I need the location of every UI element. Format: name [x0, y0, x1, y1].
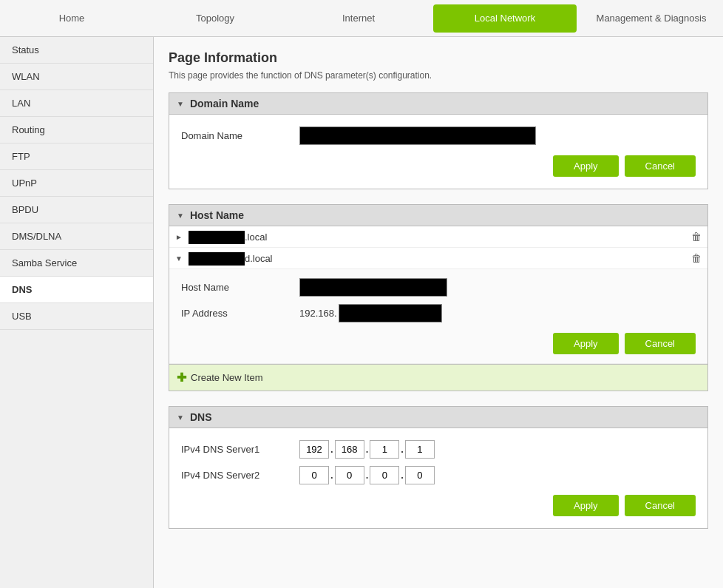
- host-name-section-body: ► ████████.local 🗑 ▼ ████████d.local 🗑: [169, 226, 708, 365]
- dns-server2-c[interactable]: [370, 466, 399, 484]
- dns-server1-label: IPv4 DNS Server1: [181, 444, 299, 455]
- domain-name-btn-row: Apply Cancel: [181, 155, 696, 177]
- main-content: Page Information This page provides the …: [154, 37, 723, 588]
- domain-name-section: ▼ Domain Name Domain Name Apply Cancel: [169, 92, 708, 189]
- create-new-label: Create New Item: [191, 372, 263, 383]
- nav-topology[interactable]: Topology: [143, 0, 287, 37]
- domain-name-cancel-button[interactable]: Cancel: [625, 155, 696, 177]
- sidebar-item-upnp[interactable]: UPnP: [0, 170, 153, 197]
- dns-server2-b[interactable]: [335, 466, 364, 484]
- dns-cancel-button[interactable]: Cancel: [625, 495, 696, 516]
- domain-name-row: Domain Name: [181, 126, 696, 145]
- host-item-2-collapse-btn[interactable]: ▼: [175, 254, 183, 263]
- host-item-2-delete-btn[interactable]: 🗑: [691, 252, 702, 264]
- host-name-collapse-arrow: ▼: [177, 212, 184, 220]
- host-name-field-row: Host Name: [181, 278, 696, 297]
- host-item-2-expanded-form: Host Name IP Address 192.168. Apply Canc…: [169, 269, 707, 364]
- dns-server1-c[interactable]: [370, 440, 399, 459]
- host-name-field-label: Host Name: [181, 282, 299, 293]
- domain-name-section-title: Domain Name: [190, 98, 259, 109]
- domain-name-section-header[interactable]: ▼ Domain Name: [169, 92, 708, 115]
- plus-icon: ✚: [177, 371, 186, 385]
- sidebar-item-dns[interactable]: DNS: [0, 277, 153, 303]
- dns-section-title: DNS: [190, 411, 212, 423]
- sidebar-item-ftp[interactable]: FTP: [0, 143, 153, 170]
- sidebar-item-samba-service[interactable]: Samba Service: [0, 250, 153, 277]
- dns-server1-d[interactable]: [405, 440, 435, 459]
- sidebar-item-routing[interactable]: Routing: [0, 117, 153, 143]
- dns-server2-row: IPv4 DNS Server2 . . .: [181, 466, 696, 484]
- dns-section-body: IPv4 DNS Server1 . . . IPv4 DNS Server2 …: [169, 428, 708, 529]
- ip-address-field-label: IP Address: [181, 308, 299, 319]
- dns-s1-dot2: .: [366, 444, 369, 455]
- ip-address-field-row: IP Address 192.168.: [181, 304, 696, 322]
- nav-internet[interactable]: Internet: [287, 0, 430, 37]
- dns-server1-b[interactable]: [335, 440, 364, 459]
- dns-section-header[interactable]: ▼ DNS: [169, 406, 708, 428]
- host-name-apply-button[interactable]: Apply: [553, 333, 619, 354]
- domain-name-section-body: Domain Name Apply Cancel: [169, 115, 708, 189]
- host-item-1[interactable]: ► ████████.local 🗑: [169, 226, 707, 248]
- nav-management-diagnosis[interactable]: Management & Diagnosis: [580, 0, 723, 37]
- page-title: Page Information: [169, 50, 708, 66]
- dns-section: ▼ DNS IPv4 DNS Server1 . . . IPv4 DNS S: [169, 406, 708, 529]
- domain-name-collapse-arrow: ▼: [177, 100, 184, 108]
- nav-local-network[interactable]: Local Network: [433, 4, 577, 33]
- host-name-field-input[interactable]: [299, 278, 447, 297]
- host-name-btn-row: Apply Cancel: [181, 333, 696, 354]
- host-name-section-header[interactable]: ▼ Host Name: [169, 204, 708, 226]
- domain-name-apply-button[interactable]: Apply: [553, 155, 619, 177]
- host-item-2-label: ████████d.local: [189, 253, 691, 264]
- dns-server1-a[interactable]: [299, 440, 329, 459]
- create-new-item[interactable]: ✚ Create New Item: [169, 365, 708, 391]
- host-item-1-label: ████████.local: [189, 232, 691, 243]
- dns-collapse-arrow: ▼: [177, 413, 184, 422]
- sidebar-item-dms-dlna[interactable]: DMS/DLNA: [0, 223, 153, 250]
- page-description: This page provides the function of DNS p…: [169, 70, 708, 81]
- dns-btn-row: Apply Cancel: [181, 495, 696, 516]
- sidebar-item-bpdu[interactable]: BPDU: [0, 197, 153, 223]
- sidebar-item-lan[interactable]: LAN: [0, 90, 153, 117]
- dns-server2-d[interactable]: [405, 466, 435, 484]
- host-item-2-name-masked: ████████: [189, 252, 245, 266]
- sidebar: Status WLAN LAN Routing FTP UPnP BPDU DM…: [0, 37, 154, 588]
- domain-name-label: Domain Name: [181, 130, 299, 141]
- dns-server2-a[interactable]: [299, 466, 329, 484]
- nav-home[interactable]: Home: [0, 0, 143, 37]
- domain-name-input[interactable]: [299, 126, 536, 145]
- host-name-section-title: Host Name: [190, 209, 244, 221]
- ip-prefix: 192.168.: [299, 308, 337, 319]
- dns-s2-dot2: .: [366, 470, 369, 481]
- dns-server1-row: IPv4 DNS Server1 . . .: [181, 440, 696, 459]
- host-item-1-delete-btn[interactable]: 🗑: [691, 231, 702, 243]
- host-item-2-suffix: d.local: [245, 253, 273, 264]
- dns-s1-dot1: .: [330, 444, 333, 455]
- dns-s1-dot3: .: [401, 444, 404, 455]
- main-layout: Status WLAN LAN Routing FTP UPnP BPDU DM…: [0, 37, 723, 588]
- dns-s2-dot3: .: [401, 470, 404, 481]
- sidebar-item-status[interactable]: Status: [0, 37, 153, 64]
- host-item-1-name-masked: ████████: [189, 231, 245, 244]
- dns-s2-dot1: .: [330, 470, 333, 481]
- dns-server2-label: IPv4 DNS Server2: [181, 470, 299, 481]
- sidebar-item-usb[interactable]: USB: [0, 303, 153, 330]
- ip-address-suffix-input[interactable]: [339, 304, 442, 322]
- host-item-1-suffix: .local: [245, 232, 267, 243]
- host-item-2[interactable]: ▼ ████████d.local 🗑: [169, 248, 707, 269]
- sidebar-item-wlan[interactable]: WLAN: [0, 64, 153, 90]
- dns-apply-button[interactable]: Apply: [553, 495, 619, 516]
- host-name-cancel-button[interactable]: Cancel: [625, 333, 696, 354]
- host-name-section: ▼ Host Name ► ████████.local 🗑 ▼ ███████…: [169, 204, 708, 391]
- host-item-1-expand-btn[interactable]: ►: [175, 233, 183, 241]
- top-navigation: Home Topology Internet Local Network Man…: [0, 0, 723, 37]
